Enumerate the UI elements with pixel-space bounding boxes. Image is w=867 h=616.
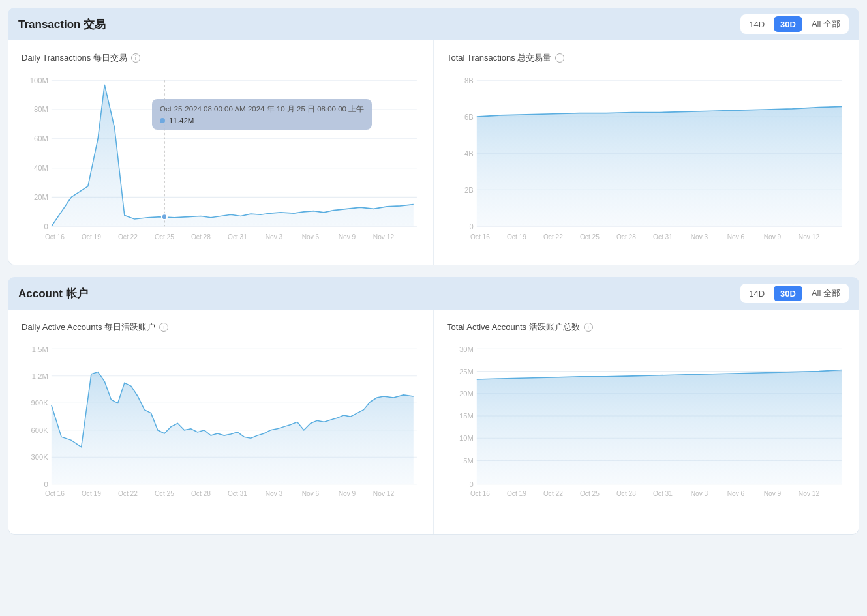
svg-point-23 — [162, 214, 167, 220]
svg-text:25M: 25M — [459, 368, 474, 375]
svg-text:Nov 12: Nov 12 — [799, 490, 820, 497]
svg-text:Oct 31: Oct 31 — [653, 233, 673, 241]
transaction-time-buttons: 14D 30D All 全部 — [740, 14, 849, 34]
svg-text:20M: 20M — [459, 390, 474, 398]
svg-text:Oct 16: Oct 16 — [470, 233, 490, 241]
transaction-title: Transaction 交易 — [18, 17, 106, 32]
svg-text:4B: 4B — [464, 149, 474, 158]
svg-text:600K: 600K — [31, 426, 49, 434]
transaction-14d-button[interactable]: 14D — [742, 16, 771, 32]
total-accounts-info-icon[interactable]: i — [584, 323, 593, 332]
total-transactions-title: Total Transactions 总交易量 i — [447, 52, 845, 64]
svg-text:2B: 2B — [464, 185, 474, 194]
svg-text:Oct 25: Oct 25 — [580, 490, 600, 497]
total-accounts-title: Total Active Accounts 活跃账户总数 i — [447, 321, 845, 333]
svg-text:Nov 3: Nov 3 — [691, 233, 708, 241]
total-accounts-svg: 30M 25M 20M 15M 10M 5M 0 — [447, 342, 845, 525]
account-section: Account 帐户 14D 30D All 全部 Daily Active A… — [8, 277, 859, 535]
transaction-header: Transaction 交易 14D 30D All 全部 — [8, 8, 859, 40]
svg-text:Nov 6: Nov 6 — [302, 490, 320, 497]
account-charts-row: Daily Active Accounts 每日活跃账户 i 1.5M 1.2M… — [8, 310, 859, 535]
svg-text:Oct 28: Oct 28 — [191, 490, 211, 497]
svg-text:8B: 8B — [464, 76, 474, 85]
daily-accounts-info-icon[interactable]: i — [159, 323, 168, 332]
svg-text:Oct 28: Oct 28 — [616, 233, 636, 241]
daily-accounts-svg: 1.5M 1.2M 900K 600K 300K 0 — [22, 342, 420, 525]
svg-text:Nov 3: Nov 3 — [266, 490, 283, 497]
total-transactions-svg: 8B 6B 4B 2B 0 Oct 16 — [447, 73, 845, 256]
svg-text:Nov 9: Nov 9 — [339, 490, 356, 497]
total-accounts-panel: Total Active Accounts 活跃账户总数 i 30M 25M — [434, 310, 859, 534]
svg-text:Nov 9: Nov 9 — [339, 233, 356, 241]
svg-text:Oct 31: Oct 31 — [228, 233, 247, 241]
svg-text:Oct 22: Oct 22 — [543, 233, 563, 241]
daily-accounts-chart: 1.5M 1.2M 900K 600K 300K 0 — [22, 342, 420, 525]
svg-text:300K: 300K — [31, 453, 49, 461]
transaction-30d-button[interactable]: 30D — [774, 16, 802, 32]
svg-text:15M: 15M — [459, 412, 474, 420]
account-header: Account 帐户 14D 30D All 全部 — [8, 277, 859, 310]
svg-text:Nov 9: Nov 9 — [764, 233, 782, 241]
svg-text:Nov 12: Nov 12 — [373, 233, 394, 241]
transaction-all-button[interactable]: All 全部 — [805, 16, 847, 32]
svg-text:Nov 3: Nov 3 — [691, 490, 708, 497]
svg-text:Nov 12: Nov 12 — [799, 233, 819, 241]
total-transactions-chart: 8B 6B 4B 2B 0 Oct 16 — [447, 73, 845, 256]
svg-text:Oct 19: Oct 19 — [82, 233, 101, 241]
svg-text:Oct 31: Oct 31 — [228, 490, 247, 497]
svg-text:1.2M: 1.2M — [32, 372, 48, 380]
svg-text:100M: 100M — [30, 76, 48, 85]
svg-text:20M: 20M — [34, 192, 48, 201]
svg-text:Oct 25: Oct 25 — [155, 233, 174, 241]
svg-text:Oct 16: Oct 16 — [45, 490, 65, 497]
svg-text:Oct 25: Oct 25 — [580, 233, 600, 241]
svg-text:Oct 16: Oct 16 — [45, 233, 65, 241]
account-title: Account 帐户 — [18, 286, 88, 301]
total-accounts-chart: 30M 25M 20M 15M 10M 5M 0 — [447, 342, 845, 525]
svg-text:5M: 5M — [463, 457, 474, 465]
svg-text:40M: 40M — [34, 164, 48, 173]
svg-text:6B: 6B — [464, 112, 474, 121]
svg-text:60M: 60M — [34, 134, 48, 143]
account-time-buttons: 14D 30D All 全部 — [740, 284, 849, 303]
daily-transactions-panel: Daily Transactions 每日交易 i Oct-25-2024 08… — [8, 40, 434, 265]
svg-text:10M: 10M — [459, 434, 474, 442]
daily-transactions-title: Daily Transactions 每日交易 i — [22, 52, 420, 64]
svg-text:0: 0 — [470, 222, 474, 231]
transaction-section: Transaction 交易 14D 30D All 全部 Daily Tran… — [8, 8, 859, 265]
svg-text:0: 0 — [469, 480, 473, 488]
account-all-button[interactable]: All 全部 — [805, 286, 847, 301]
svg-text:Nov 12: Nov 12 — [373, 490, 395, 497]
svg-text:Oct 16: Oct 16 — [470, 490, 490, 497]
daily-transactions-info-icon[interactable]: i — [131, 53, 140, 63]
svg-text:900K: 900K — [31, 399, 49, 407]
svg-text:Nov 9: Nov 9 — [764, 490, 782, 497]
account-30d-button[interactable]: 30D — [774, 286, 802, 301]
svg-text:Oct 19: Oct 19 — [507, 490, 526, 497]
svg-text:Oct 25: Oct 25 — [155, 490, 174, 497]
total-transactions-panel: Total Transactions 总交易量 i 8B 6B 4B 2B 0 — [434, 40, 859, 265]
svg-text:Oct 22: Oct 22 — [118, 233, 138, 241]
svg-text:80M: 80M — [34, 105, 48, 114]
svg-text:Nov 6: Nov 6 — [302, 233, 320, 241]
account-14d-button[interactable]: 14D — [742, 286, 771, 301]
daily-transactions-svg: 100M 80M 60M 40M 20M 0 — [22, 73, 420, 256]
total-transactions-info-icon[interactable]: i — [555, 53, 564, 63]
svg-text:Oct 28: Oct 28 — [191, 233, 211, 241]
svg-text:Oct 22: Oct 22 — [543, 490, 563, 497]
svg-text:1.5M: 1.5M — [32, 345, 48, 353]
daily-transactions-chart: Oct-25-2024 08:00:00 AM 2024 年 10 月 25 日… — [22, 73, 420, 256]
daily-accounts-panel: Daily Active Accounts 每日活跃账户 i 1.5M 1.2M… — [8, 310, 434, 534]
svg-text:30M: 30M — [459, 345, 474, 353]
svg-text:0: 0 — [44, 222, 49, 231]
daily-accounts-title: Daily Active Accounts 每日活跃账户 i — [22, 321, 420, 333]
svg-text:Nov 6: Nov 6 — [727, 233, 745, 241]
transaction-charts-row: Daily Transactions 每日交易 i Oct-25-2024 08… — [8, 40, 859, 265]
svg-text:Nov 3: Nov 3 — [266, 233, 283, 241]
svg-text:0: 0 — [44, 480, 48, 488]
svg-text:Oct 22: Oct 22 — [118, 490, 138, 497]
svg-text:Oct 19: Oct 19 — [82, 490, 101, 497]
svg-text:Nov 6: Nov 6 — [727, 490, 745, 497]
svg-text:Oct 31: Oct 31 — [653, 490, 673, 497]
svg-text:Oct 19: Oct 19 — [507, 233, 526, 241]
